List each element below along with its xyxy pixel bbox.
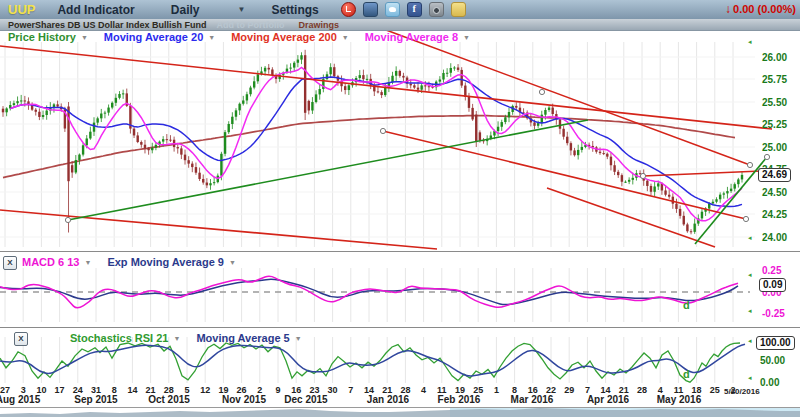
- app-header: UUP Add Indicator Daily ▼ Settings f ↓ 0…: [0, 0, 800, 19]
- scale-arrow-icon[interactable]: ◂: [748, 271, 752, 279]
- scale-arrow-icon[interactable]: ◂: [748, 38, 752, 46]
- x-axis-day-tick: 4: [421, 385, 426, 395]
- x-axis-month-label: Feb 2016: [438, 394, 481, 405]
- scale-arrow-icon[interactable]: ◂: [748, 234, 752, 242]
- stoch-close-button[interactable]: X: [14, 332, 28, 346]
- price-axis-tick: 25.00: [762, 142, 787, 153]
- book-icon[interactable]: [363, 2, 378, 17]
- indicator-label: Moving Average 8: [365, 31, 458, 43]
- indicator-ma5[interactable]: Moving Average 5 ▼: [196, 332, 301, 344]
- twitter-icon[interactable]: [385, 2, 400, 17]
- indicator-macd[interactable]: MACD 6 13 ▼: [22, 256, 91, 268]
- stoch-rsi-line[interactable]: [0, 343, 740, 382]
- x-axis-month-label: Aug 2015: [0, 394, 40, 405]
- trendline-handle[interactable]: [747, 162, 752, 167]
- indicator-label: Moving Average 5: [196, 332, 289, 344]
- trendline[interactable]: [68, 120, 588, 220]
- x-axis-month-label: Sep 2015: [74, 394, 117, 405]
- x-axis-month-label: Dec 2015: [284, 394, 327, 405]
- facebook-icon[interactable]: f: [407, 2, 422, 17]
- price-chart-canvas[interactable]: [0, 0, 800, 417]
- app-subheader: PowerShares DB US Dollar Index Bullish F…: [0, 19, 800, 31]
- alarm-clock-icon[interactable]: [341, 2, 356, 17]
- trendline-handle[interactable]: [65, 217, 70, 222]
- macd-axis-tick: -0.25: [762, 308, 785, 319]
- candles-group[interactable]: [2, 50, 743, 235]
- last-price-box: 24.69: [758, 168, 791, 182]
- macd-value-box: 0.09: [759, 278, 786, 292]
- scale-arrow-icon[interactable]: ◂: [748, 374, 752, 382]
- price-axis-tick: 24.25: [762, 209, 787, 220]
- menu-add-indicator[interactable]: Add Indicator: [57, 3, 134, 17]
- chevron-down-icon[interactable]: ▼: [463, 34, 470, 41]
- x-axis-month-label: Nov 2015: [222, 394, 266, 405]
- trendline-handle[interactable]: [743, 216, 748, 221]
- trading-app-window: UUP Add Indicator Daily ▼ Settings f ↓ 0…: [0, 0, 800, 417]
- x-axis-day-tick: 17: [55, 385, 65, 395]
- trendline-handle[interactable]: [764, 154, 769, 159]
- menu-timeframe[interactable]: Daily: [171, 3, 200, 17]
- end-date-label: 5/20/2016: [724, 387, 760, 396]
- chevron-down-icon[interactable]: ▼: [81, 34, 88, 41]
- scale-arrow-icon[interactable]: ◂: [748, 307, 752, 315]
- x-axis-day-tick: 9: [275, 385, 280, 395]
- trendline-handle[interactable]: [539, 89, 544, 94]
- chevron-down-icon[interactable]: ▼: [342, 34, 349, 41]
- indicator-ma200[interactable]: Moving Average 200 ▼: [231, 31, 349, 43]
- x-axis-day-tick: 29: [564, 385, 574, 395]
- price-axis-tick: 24.00: [762, 232, 787, 243]
- indicator-price-history[interactable]: Price History ▼: [8, 31, 88, 43]
- x-axis-day-tick: 7: [348, 385, 353, 395]
- price-axis-tick: 25.50: [762, 97, 787, 108]
- trendline[interactable]: [0, 210, 437, 249]
- macd-close-button[interactable]: X: [3, 256, 17, 270]
- ma8-line[interactable]: [10, 68, 742, 221]
- scale-arrow-icon[interactable]: ◂: [748, 337, 752, 345]
- trendline[interactable]: [0, 46, 772, 129]
- stoch-annotation-d: d: [683, 368, 690, 380]
- chevron-down-icon[interactable]: ▼: [173, 335, 180, 342]
- chevron-down-icon[interactable]: ▼: [295, 335, 302, 342]
- price-axis-tick: 26.00: [762, 52, 787, 63]
- trendline-handle[interactable]: [640, 173, 645, 178]
- trendline[interactable]: [695, 157, 767, 244]
- macd-annotation-d: d: [683, 299, 690, 311]
- x-axis-day-tick: 30: [328, 385, 338, 395]
- x-axis-day-tick: 1: [494, 385, 499, 395]
- macd-axis-tick: 0.25: [762, 265, 781, 276]
- notes-icon[interactable]: [451, 2, 466, 17]
- menu-settings[interactable]: Settings: [271, 3, 318, 17]
- x-axis-month-label: Jan 2016: [367, 394, 409, 405]
- indicator-ma8[interactable]: Moving Average 8 ▼: [365, 31, 470, 43]
- indicator-stoch-rsi[interactable]: Stochastics RSI 21 ▼: [70, 332, 180, 344]
- header-icon-bar: f: [341, 2, 466, 17]
- x-axis-day-tick: 14: [127, 385, 137, 395]
- stoch-ma5-line[interactable]: [0, 344, 745, 376]
- stoch-axis-tick: 50.00: [760, 355, 785, 366]
- x-axis-month-label: Mar 2016: [511, 394, 554, 405]
- add-to-portfolio-link[interactable]: Add to Portfolio: [217, 20, 285, 30]
- drawings-link[interactable]: Drawings: [299, 20, 340, 30]
- trendline-handle[interactable]: [380, 128, 385, 133]
- x-axis-day-tick: 25: [710, 385, 720, 395]
- trendline[interactable]: [383, 131, 746, 219]
- symbol-label[interactable]: UUP: [8, 2, 35, 17]
- stoch-indicator-row: Stochastics RSI 21 ▼ Moving Average 5 ▼: [70, 332, 318, 344]
- x-axis-day-tick: 2: [730, 385, 735, 395]
- x-axis-month-label: Apr 2016: [587, 394, 629, 405]
- price-indicator-row: Price History ▼ Moving Average 20 ▼ Movi…: [8, 31, 486, 43]
- arrow-down-icon: ↓: [725, 2, 731, 16]
- indicator-ma20[interactable]: Moving Average 20 ▼: [104, 31, 215, 43]
- chevron-down-icon[interactable]: ▼: [208, 34, 215, 41]
- x-axis-month-label: May 2016: [657, 394, 701, 405]
- fund-name: PowerShares DB US Dollar Index Bullish F…: [8, 20, 207, 30]
- x-axis-month-label: Oct 2015: [148, 394, 190, 405]
- price-axis-tick: 24.50: [762, 187, 787, 198]
- chevron-down-icon[interactable]: ▼: [229, 259, 236, 266]
- timeframe-caret-icon[interactable]: ▼: [237, 5, 245, 14]
- trendline[interactable]: [547, 188, 715, 247]
- indicator-label: Moving Average 20: [104, 31, 203, 43]
- indicator-exp-ma9[interactable]: Exp Moving Average 9 ▼: [107, 256, 236, 268]
- chevron-down-icon[interactable]: ▼: [84, 259, 91, 266]
- camera-icon[interactable]: [429, 2, 444, 17]
